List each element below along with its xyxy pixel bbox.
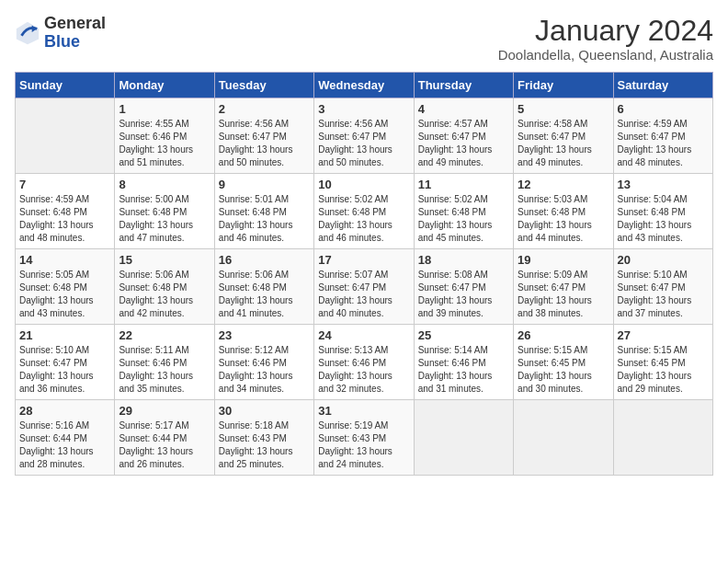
day-info: Sunrise: 4:59 AMSunset: 6:47 PMDaylight:… bbox=[618, 118, 709, 169]
calendar-cell: 19Sunrise: 5:09 AMSunset: 6:47 PMDayligh… bbox=[514, 249, 613, 325]
calendar-cell: 11Sunrise: 5:02 AMSunset: 6:48 PMDayligh… bbox=[414, 174, 513, 249]
day-number: 12 bbox=[518, 178, 609, 191]
day-number: 20 bbox=[618, 253, 709, 267]
day-number: 11 bbox=[418, 178, 509, 191]
day-info: Sunrise: 5:14 AMSunset: 6:46 PMDaylight:… bbox=[418, 344, 509, 396]
day-info: Sunrise: 5:05 AMSunset: 6:48 PMDaylight:… bbox=[19, 269, 110, 320]
day-info: Sunrise: 5:04 AMSunset: 6:48 PMDaylight:… bbox=[618, 193, 709, 245]
day-number: 15 bbox=[119, 253, 210, 267]
calendar-cell: 15Sunrise: 5:06 AMSunset: 6:48 PMDayligh… bbox=[115, 249, 214, 325]
logo-icon bbox=[15, 20, 40, 46]
day-info: Sunrise: 5:06 AMSunset: 6:48 PMDaylight:… bbox=[219, 269, 310, 320]
calendar-cell: 12Sunrise: 5:03 AMSunset: 6:48 PMDayligh… bbox=[514, 174, 613, 249]
calendar-cell: 28Sunrise: 5:16 AMSunset: 6:44 PMDayligh… bbox=[16, 400, 115, 476]
day-info: Sunrise: 5:11 AMSunset: 6:46 PMDaylight:… bbox=[119, 344, 210, 396]
day-info: Sunrise: 4:56 AMSunset: 6:47 PMDaylight:… bbox=[219, 118, 310, 169]
month-title: January 2024 bbox=[498, 15, 713, 47]
calendar-cell: 26Sunrise: 5:15 AMSunset: 6:45 PMDayligh… bbox=[514, 325, 613, 400]
calendar-cell bbox=[16, 98, 115, 174]
calendar-cell: 13Sunrise: 5:04 AMSunset: 6:48 PMDayligh… bbox=[613, 174, 712, 249]
day-info: Sunrise: 5:19 AMSunset: 6:43 PMDaylight:… bbox=[318, 419, 409, 471]
day-info: Sunrise: 5:12 AMSunset: 6:46 PMDaylight:… bbox=[219, 344, 310, 396]
day-number: 19 bbox=[518, 253, 609, 267]
calendar-cell: 1Sunrise: 4:55 AMSunset: 6:46 PMDaylight… bbox=[115, 98, 214, 174]
day-number: 4 bbox=[418, 102, 509, 116]
day-info: Sunrise: 5:02 AMSunset: 6:48 PMDaylight:… bbox=[318, 193, 409, 245]
day-number: 16 bbox=[219, 253, 310, 267]
day-number: 29 bbox=[119, 404, 210, 418]
week-row-2: 14Sunrise: 5:05 AMSunset: 6:48 PMDayligh… bbox=[16, 249, 713, 325]
header-row: SundayMondayTuesdayWednesdayThursdayFrid… bbox=[16, 73, 713, 98]
day-number: 14 bbox=[19, 253, 110, 267]
calendar-cell: 23Sunrise: 5:12 AMSunset: 6:46 PMDayligh… bbox=[214, 325, 313, 400]
calendar-cell: 31Sunrise: 5:19 AMSunset: 6:43 PMDayligh… bbox=[314, 400, 414, 476]
day-number: 25 bbox=[418, 328, 509, 342]
day-info: Sunrise: 4:57 AMSunset: 6:47 PMDaylight:… bbox=[418, 118, 509, 169]
week-row-4: 28Sunrise: 5:16 AMSunset: 6:44 PMDayligh… bbox=[16, 400, 713, 476]
day-info: Sunrise: 5:00 AMSunset: 6:48 PMDaylight:… bbox=[119, 193, 210, 245]
calendar-cell: 24Sunrise: 5:13 AMSunset: 6:46 PMDayligh… bbox=[314, 325, 414, 400]
day-info: Sunrise: 5:10 AMSunset: 6:47 PMDaylight:… bbox=[618, 269, 709, 320]
day-number: 2 bbox=[219, 102, 310, 116]
calendar-cell: 9Sunrise: 5:01 AMSunset: 6:48 PMDaylight… bbox=[214, 174, 313, 249]
day-info: Sunrise: 5:10 AMSunset: 6:47 PMDaylight:… bbox=[19, 344, 110, 396]
day-info: Sunrise: 5:01 AMSunset: 6:48 PMDaylight:… bbox=[219, 193, 310, 245]
day-number: 1 bbox=[119, 102, 210, 116]
calendar-cell: 29Sunrise: 5:17 AMSunset: 6:44 PMDayligh… bbox=[115, 400, 214, 476]
header-day-wednesday: Wednesday bbox=[314, 73, 414, 98]
calendar-cell: 18Sunrise: 5:08 AMSunset: 6:47 PMDayligh… bbox=[414, 249, 513, 325]
calendar-cell: 5Sunrise: 4:58 AMSunset: 6:47 PMDaylight… bbox=[514, 98, 613, 174]
day-number: 17 bbox=[318, 253, 409, 267]
day-number: 22 bbox=[119, 328, 210, 342]
logo-blue: Blue bbox=[44, 32, 80, 51]
day-number: 3 bbox=[318, 102, 409, 116]
day-info: Sunrise: 5:02 AMSunset: 6:48 PMDaylight:… bbox=[418, 193, 509, 245]
day-number: 10 bbox=[318, 178, 409, 191]
day-number: 8 bbox=[119, 178, 210, 191]
header-day-friday: Friday bbox=[514, 73, 613, 98]
calendar-cell bbox=[514, 400, 613, 476]
header-day-saturday: Saturday bbox=[613, 73, 712, 98]
week-row-0: 1Sunrise: 4:55 AMSunset: 6:46 PMDaylight… bbox=[16, 98, 713, 174]
week-row-1: 7Sunrise: 4:59 AMSunset: 6:48 PMDaylight… bbox=[16, 174, 713, 249]
calendar-cell: 21Sunrise: 5:10 AMSunset: 6:47 PMDayligh… bbox=[16, 325, 115, 400]
day-info: Sunrise: 4:55 AMSunset: 6:46 PMDaylight:… bbox=[119, 118, 210, 169]
calendar-table: SundayMondayTuesdayWednesdayThursdayFrid… bbox=[15, 72, 713, 476]
header-day-monday: Monday bbox=[115, 73, 214, 98]
day-info: Sunrise: 5:15 AMSunset: 6:45 PMDaylight:… bbox=[618, 344, 709, 396]
day-number: 23 bbox=[219, 328, 310, 342]
day-info: Sunrise: 5:03 AMSunset: 6:48 PMDaylight:… bbox=[518, 193, 609, 245]
day-info: Sunrise: 4:58 AMSunset: 6:47 PMDaylight:… bbox=[518, 118, 609, 169]
logo: General Blue bbox=[15, 15, 106, 52]
header-day-sunday: Sunday bbox=[16, 73, 115, 98]
calendar-cell bbox=[414, 400, 513, 476]
day-info: Sunrise: 5:09 AMSunset: 6:47 PMDaylight:… bbox=[518, 269, 609, 320]
calendar-cell: 4Sunrise: 4:57 AMSunset: 6:47 PMDaylight… bbox=[414, 98, 513, 174]
logo-general: General bbox=[44, 14, 106, 32]
calendar-cell: 3Sunrise: 4:56 AMSunset: 6:47 PMDaylight… bbox=[314, 98, 414, 174]
calendar-cell: 2Sunrise: 4:56 AMSunset: 6:47 PMDaylight… bbox=[214, 98, 313, 174]
day-info: Sunrise: 4:59 AMSunset: 6:48 PMDaylight:… bbox=[19, 193, 110, 245]
day-info: Sunrise: 4:56 AMSunset: 6:47 PMDaylight:… bbox=[318, 118, 409, 169]
calendar-cell: 22Sunrise: 5:11 AMSunset: 6:46 PMDayligh… bbox=[115, 325, 214, 400]
day-number: 9 bbox=[219, 178, 310, 191]
day-number: 13 bbox=[618, 178, 709, 191]
calendar-cell: 27Sunrise: 5:15 AMSunset: 6:45 PMDayligh… bbox=[613, 325, 712, 400]
day-info: Sunrise: 5:16 AMSunset: 6:44 PMDaylight:… bbox=[19, 419, 110, 471]
day-number: 31 bbox=[318, 404, 409, 418]
day-info: Sunrise: 5:15 AMSunset: 6:45 PMDaylight:… bbox=[518, 344, 609, 396]
day-number: 5 bbox=[518, 102, 609, 116]
calendar-cell: 30Sunrise: 5:18 AMSunset: 6:43 PMDayligh… bbox=[214, 400, 313, 476]
calendar-cell: 16Sunrise: 5:06 AMSunset: 6:48 PMDayligh… bbox=[214, 249, 313, 325]
calendar-cell: 25Sunrise: 5:14 AMSunset: 6:46 PMDayligh… bbox=[414, 325, 513, 400]
calendar-cell: 10Sunrise: 5:02 AMSunset: 6:48 PMDayligh… bbox=[314, 174, 414, 249]
calendar-cell: 7Sunrise: 4:59 AMSunset: 6:48 PMDaylight… bbox=[16, 174, 115, 249]
day-info: Sunrise: 5:08 AMSunset: 6:47 PMDaylight:… bbox=[418, 269, 509, 320]
header-day-tuesday: Tuesday bbox=[214, 73, 313, 98]
day-number: 18 bbox=[418, 253, 509, 267]
day-number: 26 bbox=[518, 328, 609, 342]
day-number: 27 bbox=[618, 328, 709, 342]
calendar-cell bbox=[613, 400, 712, 476]
calendar-cell: 8Sunrise: 5:00 AMSunset: 6:48 PMDaylight… bbox=[115, 174, 214, 249]
title-area: January 2024 Doolandella, Queensland, Au… bbox=[498, 15, 713, 63]
